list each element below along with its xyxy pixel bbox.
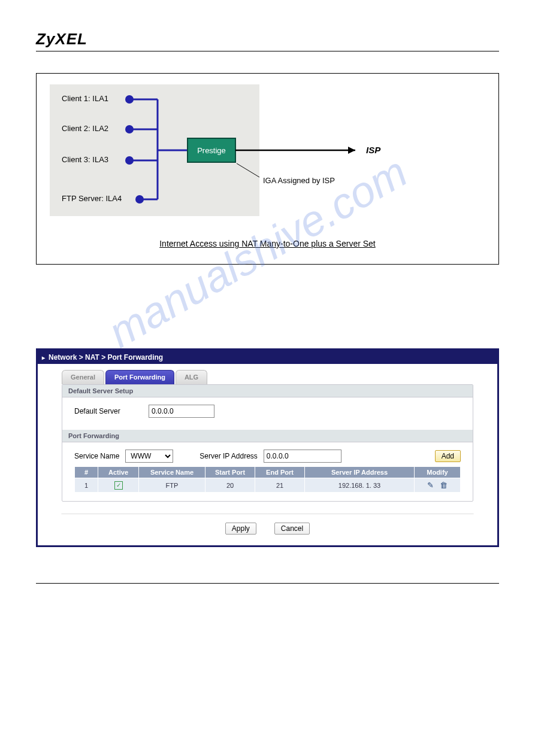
breadcrumb: Network > NAT > Port Forwarding — [36, 351, 499, 364]
table-row: 1 ✓ FTP 20 21 192.168. 1. 33 ✎ 🗑 — [75, 478, 461, 493]
col-ip: Server IP Address — [305, 467, 415, 478]
row-active: ✓ — [98, 478, 139, 493]
port-forwarding-panel: Network > NAT > Port Forwarding General … — [36, 348, 499, 547]
service-name-label: Service Name — [74, 452, 119, 460]
footer-divider — [36, 583, 499, 584]
header-divider — [36, 51, 499, 51]
brand-logo: ZyXEL — [36, 30, 499, 48]
default-server-section-header: Default Server Setup — [62, 385, 473, 397]
row-modify: ✎ 🗑 — [415, 478, 461, 493]
col-end: End Port — [255, 467, 305, 478]
diagram-caption: Internet Access using NAT Many-to-One pl… — [50, 239, 485, 248]
service-name-select[interactable]: WWW — [125, 450, 173, 463]
svg-marker-13 — [348, 147, 355, 154]
col-active: Active — [98, 467, 139, 478]
col-num: # — [75, 467, 98, 478]
port-forwarding-table: # Active Service Name Start Port End Por… — [74, 466, 461, 493]
tab-bar: General Port Forwarding ALG — [38, 364, 497, 384]
row-start: 20 — [205, 478, 255, 493]
apply-button[interactable]: Apply — [225, 523, 256, 535]
tab-port-forwarding[interactable]: Port Forwarding — [105, 370, 174, 384]
col-service: Service Name — [139, 467, 205, 478]
default-server-input[interactable] — [149, 405, 214, 418]
tab-general[interactable]: General — [62, 370, 104, 384]
port-forwarding-section-header: Port Forwarding — [62, 430, 473, 442]
iga-label: IGA Assigned by ISP — [263, 176, 335, 185]
ftp-server-label: FTP Server: ILA4 — [62, 194, 122, 203]
cancel-button[interactable]: Cancel — [274, 523, 310, 535]
row-end: 21 — [255, 478, 305, 493]
default-server-label: Default Server — [74, 407, 140, 415]
row-ip: 192.168. 1. 33 — [305, 478, 415, 493]
isp-label: ISP — [366, 145, 381, 155]
checkbox-icon[interactable]: ✓ — [114, 481, 123, 490]
server-ip-label: Server IP Address — [200, 452, 258, 460]
add-button[interactable]: Add — [435, 450, 461, 462]
col-modify: Modify — [415, 467, 461, 478]
row-service: FTP — [139, 478, 205, 493]
nat-diagram-svg: Client 1: ILA1 Client 2: ILA2 Client 3: … — [50, 84, 409, 222]
delete-icon[interactable]: 🗑 — [440, 481, 448, 490]
client2-label: Client 2: ILA2 — [62, 124, 108, 133]
router-label: Prestige — [197, 146, 226, 155]
form-actions: Apply Cancel — [62, 514, 473, 545]
server-ip-input[interactable] — [264, 450, 341, 463]
col-start: Start Port — [205, 467, 255, 478]
nat-diagram-figure: Client 1: ILA1 Client 2: ILA2 Client 3: … — [36, 73, 499, 265]
edit-icon[interactable]: ✎ — [427, 481, 434, 490]
client1-label: Client 1: ILA1 — [62, 94, 108, 103]
row-num: 1 — [75, 478, 98, 493]
tab-alg[interactable]: ALG — [176, 370, 207, 384]
client3-label: Client 3: ILA3 — [62, 155, 108, 164]
